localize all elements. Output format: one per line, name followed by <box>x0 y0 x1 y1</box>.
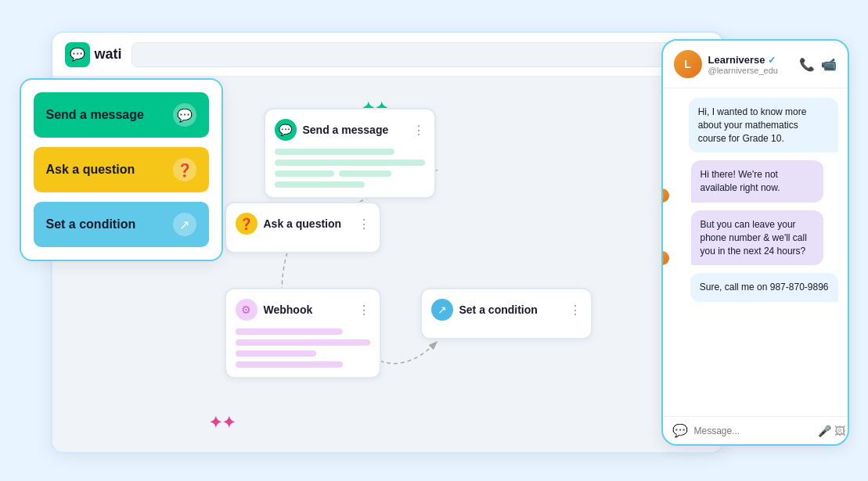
bot-avatar-small: L <box>663 188 669 203</box>
node-send-message-title: Send a message <box>303 124 406 136</box>
node-set-condition-header: ↗ Set a condition ⋮ <box>431 299 582 321</box>
chat-avatar: L <box>674 50 702 78</box>
flow-node-send-message[interactable]: 💬 Send a message ⋮ <box>264 108 436 199</box>
image-icon[interactable]: 🖼 <box>834 425 845 437</box>
phone-icon[interactable]: 📞 <box>799 57 815 72</box>
palette-send-icon: 💬 <box>173 103 196 127</box>
mic-icon[interactable]: 🎤 <box>818 425 831 437</box>
palette-item-set-condition[interactable]: Set a condition ↗ <box>34 202 209 247</box>
palette-item-send-message[interactable]: Send a message 💬 <box>34 92 209 138</box>
chat-input-actions: 🎤 🖼 📎 <box>818 425 849 437</box>
chat-header: L Learniverse ✓ @learniverse_edu 📞 📹 <box>663 41 848 88</box>
node-webhook-title: Webhook <box>264 303 351 316</box>
browser-header: 💬 wati 👤 <box>52 33 722 77</box>
browser-logo: 💬 wati <box>65 42 122 67</box>
node-ask-question-header: ❓ Ask a question ⋮ <box>236 213 370 235</box>
chat-message-3: But you can leave your phone number & we… <box>691 210 823 265</box>
verified-icon: ✓ <box>768 55 776 66</box>
chat-header-info: Learniverse ✓ @learniverse_edu <box>708 54 793 75</box>
node-ask-question-title: Ask a question <box>264 217 351 230</box>
outer-wrapper: 💬 wati 👤 ✦✦ ✦✦ <box>20 16 849 465</box>
node-set-condition-menu[interactable]: ⋮ <box>569 303 582 318</box>
node-line <box>236 328 344 335</box>
node-line <box>236 350 316 357</box>
flow-node-set-condition[interactable]: ↗ Set a condition ⋮ <box>420 288 592 339</box>
palette-condition-label: Set a condition <box>46 217 136 232</box>
node-ask-question-icon: ❓ <box>236 213 258 235</box>
chat-message-input[interactable] <box>694 425 812 436</box>
video-icon[interactable]: 📹 <box>821 57 837 72</box>
chat-panel: L Learniverse ✓ @learniverse_edu 📞 📹 Hi,… <box>661 39 849 446</box>
node-line <box>236 339 370 346</box>
chat-message-2-wrapper: L Hi there! We're not available right no… <box>672 160 838 203</box>
node-set-condition-icon: ↗ <box>431 299 453 321</box>
palette-item-ask-question[interactable]: Ask a question ❓ <box>34 147 209 192</box>
node-ask-question-menu[interactable]: ⋮ <box>358 217 370 232</box>
spark-bottom-icon: ✦✦ <box>209 413 236 432</box>
node-line <box>275 181 365 188</box>
logo-icon: 💬 <box>65 42 90 67</box>
palette-send-label: Send a message <box>46 108 144 122</box>
node-webhook-header: ⚙ Webhook ⋮ <box>236 299 370 321</box>
logo-text: wati <box>95 46 122 63</box>
flow-node-webhook[interactable]: ⚙ Webhook ⋮ <box>225 288 381 379</box>
node-line <box>339 171 391 177</box>
flow-node-ask-question[interactable]: ❓ Ask a question ⋮ <box>225 202 381 253</box>
chat-contact-name: Learniverse ✓ <box>708 54 793 66</box>
chat-header-actions: 📞 📹 <box>799 57 837 72</box>
palette-ask-icon: ❓ <box>173 158 196 181</box>
chat-contact-handle: @learniverse_edu <box>708 66 793 75</box>
node-line-row <box>275 171 425 177</box>
node-send-message-content <box>275 149 425 188</box>
node-send-message-icon: 💬 <box>275 119 297 141</box>
palette-condition-icon: ↗ <box>173 213 196 236</box>
chat-message-2: Hi there! We're not available right now. <box>691 160 823 203</box>
node-webhook-content <box>236 328 370 368</box>
action-palette: Send a message 💬 Ask a question ❓ Set a … <box>20 78 223 261</box>
node-line <box>275 171 335 177</box>
node-webhook-menu[interactable]: ⋮ <box>358 303 370 318</box>
node-line <box>236 361 344 368</box>
message-input-icon: 💬 <box>672 423 688 438</box>
node-line <box>275 149 395 155</box>
address-bar[interactable] <box>131 42 672 67</box>
node-send-message-header: 💬 Send a message ⋮ <box>275 119 425 141</box>
node-send-message-menu[interactable]: ⋮ <box>412 123 425 138</box>
palette-ask-label: Ask a question <box>46 163 135 177</box>
node-line <box>275 160 425 166</box>
chat-message-1: Hi, I wanted to know more about your mat… <box>689 98 838 153</box>
node-webhook-icon: ⚙ <box>236 299 258 321</box>
node-set-condition-title: Set a condition <box>459 303 563 316</box>
chat-message-3-wrapper: L But you can leave your phone number & … <box>672 210 838 265</box>
chat-message-4: Sure, call me on 987-870-9896 <box>690 273 838 302</box>
chat-input-area: 💬 🎤 🖼 📎 <box>663 416 848 444</box>
attach-icon[interactable]: 📎 <box>848 425 849 437</box>
bot-avatar-small-2: L <box>663 251 669 265</box>
chat-messages: Hi, I wanted to know more about your mat… <box>663 88 848 416</box>
